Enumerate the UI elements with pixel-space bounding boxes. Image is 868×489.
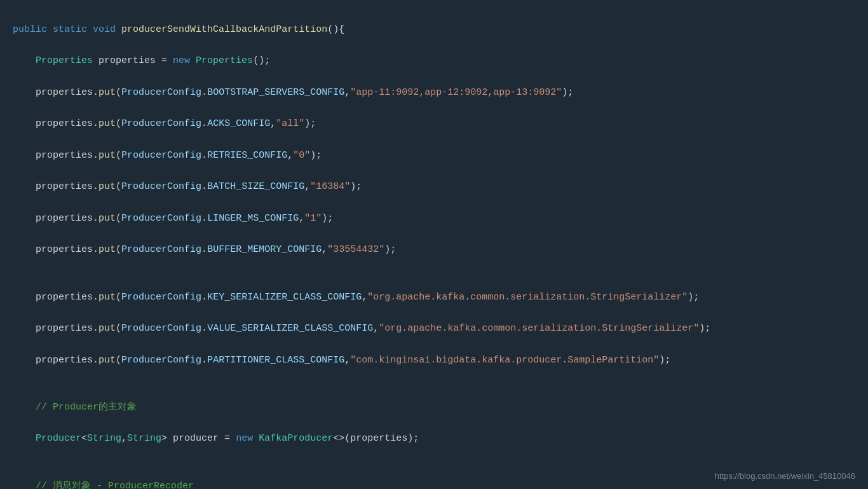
- code-line-7: properties.put(ProducerConfig.LINGER_MS_…: [13, 211, 855, 227]
- code-line-8: properties.put(ProducerConfig.BUFFER_MEM…: [13, 242, 855, 258]
- code-line-11: properties.put(ProducerConfig.VALUE_SERI…: [13, 321, 855, 337]
- code-line-12: properties.put(ProducerConfig.PARTITIONE…: [13, 353, 855, 369]
- code-line-14: // Producer的主对象: [13, 400, 855, 416]
- code-block: public static void producerSendWithCallb…: [0, 0, 868, 489]
- code-line-1: public static void producerSendWithCallb…: [13, 22, 855, 38]
- code-line-10: properties.put(ProducerConfig.KEY_SERIAL…: [13, 290, 855, 306]
- code-line-6: properties.put(ProducerConfig.BATCH_SIZE…: [13, 179, 855, 195]
- code-line-4: properties.put(ProducerConfig.ACKS_CONFI…: [13, 116, 855, 132]
- code-line-15: Producer<String,String> producer = new K…: [13, 431, 855, 447]
- code-line-5: properties.put(ProducerConfig.RETRIES_CO…: [13, 148, 855, 164]
- watermark: https://blog.csdn.net/weixin_45810046: [715, 469, 855, 483]
- code-line-2: Properties properties = new Properties()…: [13, 53, 855, 69]
- code-line-3: properties.put(ProducerConfig.BOOTSTRAP_…: [13, 85, 855, 101]
